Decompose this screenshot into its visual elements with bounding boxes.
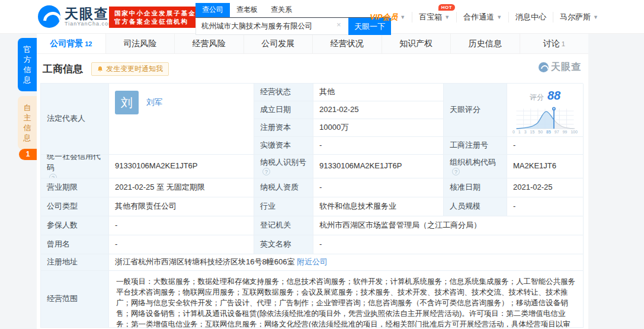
legal-rep-avatar[interactable]: 刘 [115, 91, 139, 114]
menu-vip[interactable]: VIP会员▼ [363, 12, 412, 23]
side-tab-official-info[interactable]: 官方信息 [18, 38, 37, 91]
search-tab-relation[interactable]: 查关系 [264, 3, 299, 17]
search-input[interactable] [196, 18, 348, 35]
bell-icon [97, 66, 103, 72]
tab-intellectual-property[interactable]: 知识产权 [382, 34, 451, 53]
business-info-header: 工商信息 发生变更时通知我 [37, 54, 588, 82]
clear-search-icon[interactable]: × [337, 20, 341, 29]
field-label-industry: 行业 [254, 197, 313, 216]
field-value-taxpayer-quality: - [313, 178, 444, 197]
tab-history-info[interactable]: 历史信息 [450, 34, 520, 53]
field-label-credit-code: 统一社会信用代码? [41, 155, 109, 178]
chevron-down-icon: ▼ [593, 14, 598, 20]
logo-title: 天眼查 [65, 7, 114, 21]
field-label-status: 经营状态 [254, 84, 313, 101]
field-value-registry: 杭州市西湖区市场监督管理局（之江工商分局） [313, 216, 584, 235]
field-value-address: 浙江省杭州市西湖区转塘科技经济区块16号8幢606室 附近公司 [109, 254, 584, 271]
field-label-tyc-score: 天眼评分 [444, 84, 507, 137]
score-axis-labels: 0131550859799100 [512, 129, 578, 135]
search-tab-company[interactable]: 查公司 [196, 3, 230, 17]
logo-domain: TianYanCha.com [65, 21, 114, 27]
search-tab-boss[interactable]: 查老板 [230, 3, 264, 17]
hot-badge: HOT [438, 4, 455, 11]
score-distribution-chart [512, 104, 578, 130]
tianyancha-logo-icon [38, 5, 60, 28]
help-icon[interactable]: ? [452, 168, 460, 175]
tab-company-development[interactable]: 公司发展 [243, 34, 313, 53]
nearby-companies-link[interactable]: 附近公司 [297, 257, 328, 268]
field-value-paid-capital: - [313, 137, 444, 155]
field-label-taxpayer-id: 纳税人识别号? [254, 155, 313, 178]
tab-judicial-risk[interactable]: 司法风险 [105, 34, 175, 53]
field-label-staff-size: 人员规模 [444, 197, 507, 216]
section-nav-tabs: 公司背景12 司法风险 经营风险 公司发展 经营状况 知识产权 历史信息 讨论1 [37, 34, 588, 54]
tab-company-background[interactable]: 公司背景12 [37, 34, 105, 53]
field-value-industry: 软件和信息技术服务业 [313, 197, 444, 216]
legal-rep-link[interactable]: 刘军 [146, 91, 162, 108]
chevron-down-icon: ▼ [444, 14, 450, 20]
search-area: 查公司 查老板 查关系 × 天眼一下 [196, 3, 391, 35]
section-title: 工商信息 [43, 62, 83, 76]
field-value-est-date: 2021-02-25 [313, 101, 444, 119]
field-label-registry: 登记机关 [254, 216, 313, 235]
tab-operation-risk[interactable]: 经营风险 [174, 34, 243, 53]
menu-message-center[interactable]: 消息中心 [508, 12, 553, 23]
search-type-tabs: 查公司 查老板 查关系 [196, 3, 390, 18]
watermark-logo: 天眼查 [539, 61, 581, 74]
field-value-credit-code: 91330106MA2KE1JT6P [109, 155, 254, 178]
left-side-tabs: 官方信息 自主信息 1 [18, 38, 37, 160]
field-label-scope: 经营范围 [41, 271, 109, 328]
business-info-table: 法定代表人 刘 刘军 经营状态 其他 成立日期 2021-02-25 注册资本 … [40, 83, 583, 328]
field-value-company-type: 其他有限责任公司 [109, 197, 254, 216]
field-label-address: 注册地址 [41, 254, 109, 271]
field-label-former-name: 曾用名 [41, 235, 109, 254]
field-label-est-date: 成立日期 [254, 101, 313, 119]
top-menu: VIP会员▼ HOT 百宝箱▼ 合作通道▼ 消息中心 马尔萨斯▼ [363, 12, 605, 23]
field-label-approve-date: 核准日期 [444, 178, 507, 197]
field-value-scope: 一般项目：大数据服务；数据处理和存储支持服务；信息技术咨询服务；软件开发；计算机… [109, 271, 584, 328]
field-label-english-name: 英文名称 [254, 235, 313, 254]
field-value-former-name: - [109, 235, 254, 254]
field-value-english-name: - [313, 235, 584, 254]
tianyancha-logo[interactable]: 天眼查 TianYanCha.com [38, 5, 114, 28]
field-value-status: 其他 [313, 84, 444, 101]
menu-cooperation[interactable]: 合作通道▼ [456, 12, 508, 23]
field-value-insured: - [109, 216, 254, 235]
field-label-org-code: 组织机构代码? [444, 155, 507, 178]
field-label-legal-rep: 法定代表人 [41, 84, 109, 155]
field-label-insured: 参保人数 [41, 216, 109, 235]
field-value-biz-term: 2021-02-25 至 无固定期限 [109, 178, 254, 197]
company-detail-card: 公司背景12 司法风险 经营风险 公司发展 经营状况 知识产权 历史信息 讨论1… [37, 34, 588, 329]
help-icon[interactable]: ? [262, 168, 270, 175]
score-label: 评分 [530, 93, 544, 101]
watermark-logo-icon [539, 62, 549, 72]
field-label-company-type: 公司类型 [41, 197, 109, 216]
field-value-org-code: MA2KE1JT6 [507, 155, 584, 178]
chevron-down-icon: ▼ [400, 14, 405, 20]
tab-operation-status[interactable]: 经营状况 [312, 34, 382, 53]
help-icon[interactable]: ? [49, 174, 57, 178]
field-value-taxpayer-id: 91330106MA2KE1JT6P [313, 155, 444, 178]
top-header: 天眼查 TianYanCha.com 国家中小企业发展子基金旗下 官方备案企业征… [0, 0, 644, 34]
self-info-count-badge: 1 [19, 149, 37, 160]
field-value-reg-capital: 10000万 [313, 119, 444, 137]
field-label-biz-term: 营业期限 [41, 178, 109, 197]
field-value-approve-date: 2021-02-25 [507, 178, 584, 197]
menu-username[interactable]: 马尔萨斯▼ [553, 12, 605, 23]
field-label-reg-number: 工商注册号 [444, 137, 507, 155]
menu-toolbox[interactable]: HOT 百宝箱▼ [412, 12, 456, 23]
side-tab-self-info[interactable]: 自主信息 [18, 96, 37, 149]
score-value: 88 [547, 89, 560, 102]
legal-rep-cell: 刘 刘军 [109, 84, 254, 155]
field-label-taxpayer-quality: 纳税人资质 [254, 178, 313, 197]
notify-on-change-button[interactable]: 发生变更时通知我 [91, 62, 169, 76]
field-value-reg-number: - [507, 137, 584, 155]
field-label-reg-capital: 注册资本 [254, 119, 313, 137]
tab-discussion[interactable]: 讨论1 [520, 34, 589, 53]
tyc-score-widget[interactable]: 评分88 0131550859 [507, 84, 584, 137]
chevron-down-icon: ▼ [496, 14, 502, 20]
field-value-staff-size: - [507, 197, 584, 216]
field-label-paid-capital: 实缴资本 [254, 137, 313, 155]
